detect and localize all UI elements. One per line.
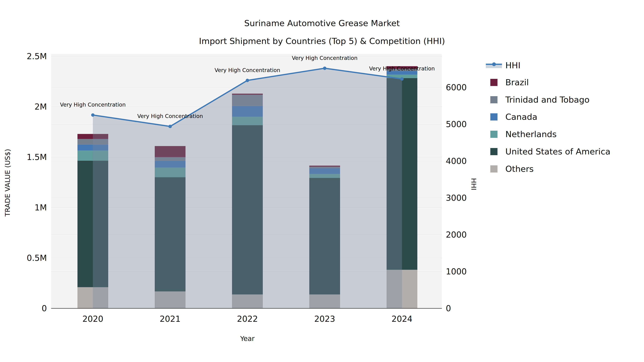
x-axis-title: Year [240,335,254,343]
legend-swatch-others [490,165,498,173]
legend-swatch-netherlands [490,131,498,138]
hhi-marker-2021[interactable] [168,125,172,128]
legend-label: HHI [505,60,520,70]
hhi-annotation-2020: Very High Concentration [60,101,126,108]
hhi-annotation-2022: Very High Concentration [215,67,280,73]
y-right-tick: 1000 [446,267,467,276]
y-left-tick: 2.5M [27,51,47,61]
legend-item-netherlands[interactable]: Netherlands [486,129,557,139]
x-tick-2020: 2020 [82,314,103,324]
legend-swatch-trinidad-and-tobago [490,96,498,103]
legend-label: Canada [505,112,538,122]
hhi-line-legend-sample [486,62,502,69]
y-left-tick: 1M [34,203,47,212]
legend-swatch-united-states-of-america [490,148,498,155]
chart-canvas: Very High ConcentrationVery High Concent… [0,0,644,362]
x-tick-2024: 2024 [392,314,412,324]
legend-item-others[interactable]: Others [486,164,534,174]
legend-label: Brazil [505,77,529,87]
legend-swatch-canada [490,113,498,120]
y-right-axis-title: HHI [470,178,478,190]
hhi-marker-icon [492,62,496,66]
y-left-tick: 0 [42,304,47,313]
hhi-marker-2022[interactable] [246,79,249,82]
hhi-annotation-2024: Very High Concentration [369,65,435,72]
y-left-tick: 2M [34,102,47,112]
y-right-tick: 5000 [446,119,467,129]
legend-item-canada[interactable]: Canada [486,112,538,122]
legend-item-hhi[interactable]: HHI [486,60,520,70]
hhi-marker-2020[interactable] [91,113,95,117]
y-right-tick: 3000 [446,193,467,203]
legend-item-united-states-of-america[interactable]: United States of America [486,147,610,156]
y-right-tick: 6000 [446,83,467,92]
y-left-tick: 1.5M [27,152,47,162]
legend-item-brazil[interactable]: Brazil [486,77,529,87]
x-tick-2021: 2021 [160,314,180,324]
y-right-tick: 2000 [446,230,467,240]
hhi-marker-2024[interactable] [400,77,404,81]
y-right-tick: 0 [446,304,451,313]
legend-label: Others [505,164,534,174]
legend-label: United States of America [505,147,610,156]
x-tick-2022: 2022 [237,314,258,324]
legend-item-trinidad-and-tobago[interactable]: Trinidad and Tobago [486,95,590,105]
y-left-axis-title: TRADE VALUE (US$) [4,149,12,217]
y-left-tick: 0.5M [27,253,47,263]
hhi-marker-2023[interactable] [323,66,326,70]
legend-label: Trinidad and Tobago [505,95,590,105]
legend-swatch-brazil [490,79,498,86]
hhi-annotation-2021: Very High Concentration [138,113,203,119]
hhi-annotation-2023: Very High Concentration [292,55,358,61]
legend-label: Netherlands [505,129,557,139]
y-right-tick: 4000 [446,156,467,166]
x-tick-2023: 2023 [314,314,335,324]
